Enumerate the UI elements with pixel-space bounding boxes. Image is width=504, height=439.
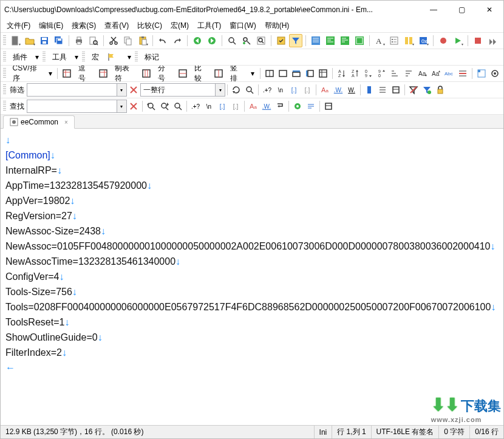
editor-area[interactable]: ↓[Common]↓InternalRP=↓AppTime=1323281354…	[1, 129, 503, 425]
menu-view[interactable]: 查看(V)	[101, 19, 132, 32]
marks-label[interactable]: 标记	[140, 50, 163, 64]
find-case-icon[interactable]: Aa	[247, 100, 260, 113]
macro-play-button[interactable]: ▾	[451, 34, 465, 47]
menu-edit[interactable]: 编辑(E)	[35, 19, 67, 32]
find-count-icon[interactable]	[304, 100, 318, 113]
abc-sort-icon[interactable]: Abc	[443, 67, 455, 80]
status-filetype[interactable]: Ini	[315, 426, 333, 438]
replace-button[interactable]	[240, 34, 253, 47]
new-file-button[interactable]: ▾	[9, 34, 22, 47]
open-file-button[interactable]: ▾	[23, 34, 36, 47]
opt-number-icon[interactable]: [.]	[287, 83, 301, 97]
len-sort-desc-icon[interactable]	[403, 67, 415, 80]
filter-dropdown-icon[interactable]: ▾	[117, 84, 126, 96]
menu-compare[interactable]: 比较(C)	[134, 19, 166, 32]
opt-whole-icon[interactable]: W.	[345, 83, 358, 97]
find-input[interactable]	[27, 100, 117, 112]
opt-regex-icon[interactable]: .+?	[261, 83, 274, 97]
find-prev-button[interactable]	[145, 100, 158, 113]
filter-input[interactable]	[27, 84, 117, 96]
paste-button[interactable]: ▾	[136, 34, 149, 47]
find-clear-button[interactable]	[127, 100, 140, 113]
wrap-window-button[interactable]	[338, 34, 352, 47]
stop-button[interactable]	[471, 34, 485, 47]
find-word-icon[interactable]: .W.	[260, 100, 273, 113]
csv-vsplit-label[interactable]: 竖排	[226, 67, 248, 80]
csv-semi-label[interactable]: 分号	[154, 67, 175, 80]
find-escape-icon[interactable]: \n	[202, 100, 216, 113]
tools-label[interactable]: 工具	[48, 50, 71, 64]
wrap-none-button[interactable]	[309, 34, 322, 47]
num-sort-asc-icon[interactable]: 09	[363, 67, 375, 80]
csv-grid-icon[interactable]	[61, 67, 73, 80]
plugins-label[interactable]: 插件	[9, 50, 32, 64]
find-fuzzy-icon[interactable]: [.]	[229, 100, 242, 113]
bookmark-list-icon[interactable]	[376, 83, 389, 97]
back-button[interactable]	[191, 34, 204, 47]
cell-select-icon[interactable]	[277, 67, 289, 80]
find-all-button[interactable]	[171, 100, 185, 113]
freeze-icon[interactable]	[317, 67, 329, 80]
csv-tab-label[interactable]: 制表符	[111, 67, 139, 80]
filter-scope-combo[interactable]: ▾	[140, 83, 225, 97]
find-dropdown-icon[interactable]: ▾	[117, 100, 126, 112]
menu-file[interactable]: 文件(F)	[3, 19, 34, 32]
find-highlight-icon[interactable]	[291, 100, 304, 113]
cut-button[interactable]	[107, 34, 120, 47]
macros-dropdown[interactable]: ▾	[125, 50, 134, 64]
word-sort-desc-icon[interactable]: Aa	[430, 67, 442, 80]
wrap-page-button[interactable]	[353, 34, 366, 47]
csv-compare-label[interactable]: 比较	[190, 67, 212, 80]
opt-escape-icon[interactable]: \n	[274, 83, 287, 97]
num-sort-desc-icon[interactable]: 90	[376, 67, 388, 80]
wrap-char-button[interactable]	[324, 34, 337, 47]
extract-icon[interactable]	[389, 83, 403, 97]
filter-adv-icon[interactable]	[420, 83, 434, 97]
filter-scope-dropdown-icon[interactable]: ▾	[215, 84, 225, 96]
menu-search[interactable]: 搜索(S)	[68, 19, 100, 32]
len-sort-asc-icon[interactable]	[389, 67, 401, 80]
find-input-combo[interactable]: ▾	[27, 100, 127, 113]
save-button[interactable]	[38, 34, 51, 47]
toggle-button-a[interactable]	[274, 34, 288, 47]
find-advanced-icon[interactable]	[322, 100, 335, 113]
plugins-dropdown[interactable]: ▾	[33, 50, 41, 64]
macro-flag-icon[interactable]	[104, 50, 118, 64]
opt-fuzzy-icon[interactable]: [.]	[301, 83, 314, 97]
filter-neg-icon[interactable]	[407, 83, 420, 97]
copy-button[interactable]	[121, 34, 135, 47]
cell-edit-icon[interactable]	[264, 67, 276, 80]
row-header-icon[interactable]	[290, 67, 302, 80]
maximize-button[interactable]: ▢	[448, 1, 475, 19]
find-in-files-button[interactable]	[254, 34, 268, 47]
csv-comma-label[interactable]: 逗号	[74, 67, 96, 80]
filter-apply-icon[interactable]	[243, 83, 256, 97]
csv-grid-icon[interactable]	[140, 67, 152, 80]
menu-window[interactable]: 窗口(W)	[226, 19, 259, 32]
redo-button[interactable]	[171, 34, 184, 47]
properties-button[interactable]	[387, 34, 401, 47]
filter-lock-icon[interactable]	[434, 83, 447, 97]
menu-macro[interactable]: 宏(M)	[167, 19, 192, 32]
opt-case-icon[interactable]: Aa	[318, 83, 332, 97]
macro-record-button[interactable]	[437, 34, 450, 47]
more-button[interactable]	[486, 34, 499, 47]
find-number-icon[interactable]: [.]	[216, 100, 229, 113]
filter-toggle-button[interactable]	[289, 34, 302, 47]
config-button[interactable]: ▾	[402, 34, 415, 47]
find-regex-icon[interactable]: .+?	[189, 100, 202, 113]
status-encoding[interactable]: UTF-16LE 有签名	[372, 426, 440, 438]
filter-clear-button[interactable]	[127, 83, 140, 97]
csv-sort-label[interactable]: CSV/排序	[9, 67, 46, 80]
file-tab-active[interactable]: eeCommon ×	[3, 115, 75, 129]
menu-help[interactable]: 帮助(H)	[261, 19, 293, 32]
menu-tools[interactable]: 工具(T)	[194, 19, 225, 32]
filter-input-combo[interactable]: ▾	[27, 83, 127, 97]
word-sort-asc-icon[interactable]: Aa	[417, 67, 429, 80]
csv-grid-icon[interactable]	[97, 67, 109, 80]
pivot-icon[interactable]	[475, 67, 488, 80]
forward-button[interactable]	[205, 34, 219, 47]
filter-scope-input[interactable]	[141, 84, 215, 96]
macros-label[interactable]: 宏	[87, 50, 103, 64]
bookmark-toggle-icon[interactable]	[363, 83, 376, 97]
